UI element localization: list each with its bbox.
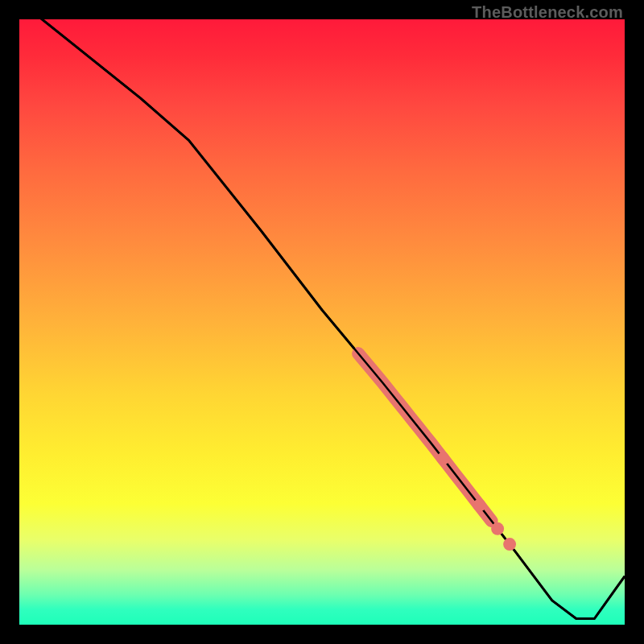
curve-path [19,19,625,618]
highlight-dot [503,538,516,551]
highlight-dot [436,452,449,465]
curve-path [19,19,625,618]
highlight-dot [491,522,504,535]
highlight-segment [19,19,625,618]
watermark-text: TheBottleneck.com [472,3,623,22]
chart-svg [19,19,625,625]
plot-area [19,19,625,625]
chart-container: TheBottleneck.com [0,0,644,644]
bottleneck-curve [19,19,625,618]
highlight-dot [473,499,486,512]
